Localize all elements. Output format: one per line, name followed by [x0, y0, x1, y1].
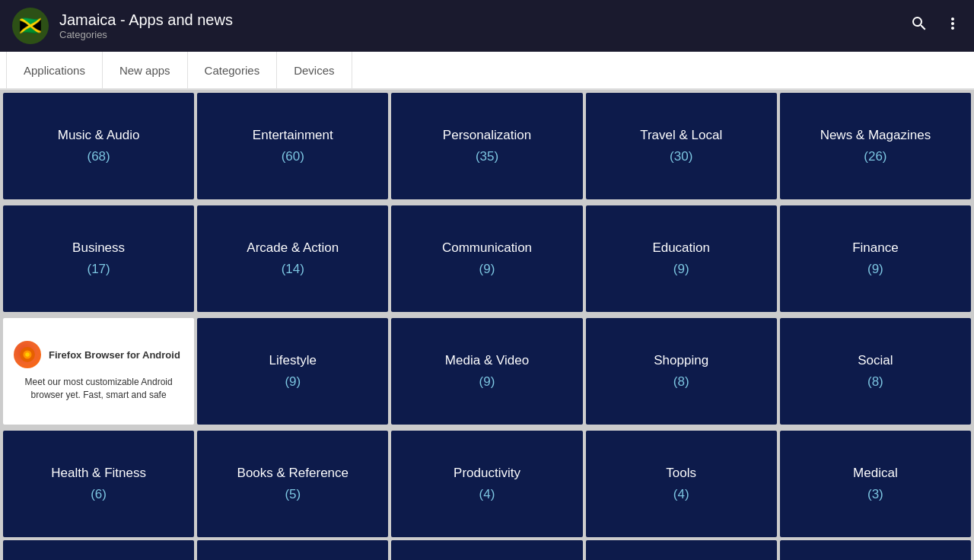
category-social[interactable]: Social (8) [780, 318, 971, 425]
tab-new-apps[interactable]: New apps [103, 52, 188, 88]
category-music-audio[interactable]: Music & Audio (68) [3, 93, 194, 199]
app-logo: 🇯🇲 [12, 8, 49, 44]
search-icon[interactable] [910, 14, 928, 37]
ad-title: Firefox Browser for Android [49, 349, 180, 361]
category-shopping[interactable]: Shopping (8) [586, 318, 777, 425]
category-communication[interactable]: Communication (9) [391, 205, 582, 312]
ad-card-firefox[interactable]: Firefox Browser for Android Meet our mos… [3, 318, 194, 425]
partial-card-2 [197, 540, 388, 560]
category-books-reference[interactable]: Books & Reference (5) [197, 431, 388, 537]
header-right [910, 14, 962, 37]
nav-tabs: Applications New apps Categories Devices [0, 52, 974, 90]
category-media-video[interactable]: Media & Video (9) [391, 318, 582, 425]
partial-card-5 [780, 540, 971, 560]
category-medical[interactable]: Medical (3) [780, 431, 971, 537]
category-news-magazines[interactable]: News & Magazines (26) [780, 93, 971, 199]
partial-card-3 [391, 540, 582, 560]
category-health-fitness[interactable]: Health & Fitness (6) [3, 431, 194, 537]
category-lifestyle[interactable]: Lifestyle (9) [197, 318, 388, 425]
categories-row-2: Business (17) Arcade & Action (14) Commu… [0, 202, 974, 315]
header-title: Jamaica - Apps and news [59, 11, 233, 29]
partial-card-4 [586, 540, 777, 560]
categories-row-4: Health & Fitness (6) Books & Reference (… [0, 428, 974, 540]
tab-applications[interactable]: Applications [6, 52, 103, 88]
header-title-block: Jamaica - Apps and news Categories [59, 11, 233, 40]
header-subtitle: Categories [59, 29, 233, 40]
more-options-icon[interactable] [944, 14, 962, 37]
category-entertainment[interactable]: Entertainment (60) [197, 93, 388, 199]
header-left: 🇯🇲 Jamaica - Apps and news Categories [12, 8, 233, 44]
app-header: 🇯🇲 Jamaica - Apps and news Categories [0, 0, 974, 52]
tab-categories[interactable]: Categories [188, 52, 278, 88]
category-travel-local[interactable]: Travel & Local (30) [586, 93, 777, 199]
tab-devices[interactable]: Devices [277, 52, 352, 88]
category-arcade-action[interactable]: Arcade & Action (14) [197, 205, 388, 312]
partial-card-1 [3, 540, 194, 560]
svg-point-2 [25, 352, 30, 357]
ad-body: Meet our most customizable Android brows… [14, 376, 183, 402]
partial-row-bottom [0, 540, 974, 560]
category-business[interactable]: Business (17) [3, 205, 194, 312]
category-education[interactable]: Education (9) [586, 205, 777, 312]
firefox-icon [14, 341, 41, 368]
categories-row-3: Firefox Browser for Android Meet our mos… [0, 315, 974, 428]
category-finance[interactable]: Finance (9) [780, 205, 971, 312]
category-personalization[interactable]: Personalization (35) [391, 93, 582, 199]
category-tools[interactable]: Tools (4) [586, 431, 777, 537]
categories-row-1: Music & Audio (68) Entertainment (60) Pe… [0, 90, 974, 202]
ad-header: Firefox Browser for Android [14, 341, 183, 368]
category-productivity[interactable]: Productivity (4) [391, 431, 582, 537]
